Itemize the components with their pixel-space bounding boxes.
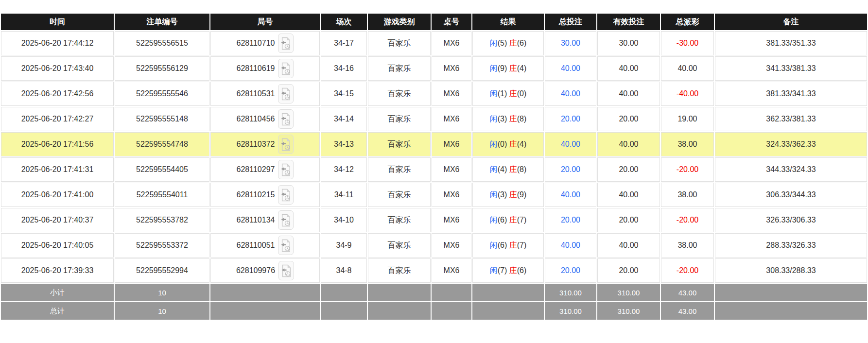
cell-time: 2025-06-20 17:42:27	[1, 107, 114, 131]
record-row[interactable]: 2025-06-20 17:39:33522595552994628109976…	[1, 258, 867, 283]
banker-score: (6)	[517, 266, 527, 274]
replay-video-button[interactable]	[278, 210, 294, 230]
cell-table-no: MX6	[432, 258, 471, 283]
cell-round-id: 628110456	[210, 107, 320, 131]
round-id-value: 628110710	[237, 39, 275, 48]
cell-session: 34-14	[321, 107, 367, 131]
replay-video-button[interactable]	[278, 135, 294, 154]
cell-valid-bet: 40.00	[597, 56, 660, 81]
cell-time: 2025-06-20 17:42:56	[1, 82, 114, 106]
cell-remark: 381.33/351.33	[715, 31, 867, 55]
cell-game-type: 百家乐	[368, 31, 431, 55]
cell-time: 2025-06-20 17:41:31	[1, 157, 114, 182]
cell-time: 2025-06-20 17:43:40	[1, 56, 114, 81]
player-label: 闲	[490, 216, 498, 224]
col-header-session: 场次	[321, 14, 367, 30]
cell-total-payout: 19.00	[661, 107, 714, 131]
cell-total-payout: -40.00	[661, 82, 714, 106]
video-file-icon	[280, 239, 291, 252]
record-row[interactable]: 2025-06-20 17:41:00522595554011628110215…	[1, 183, 867, 207]
banker-score: (8)	[517, 115, 527, 123]
cell-total-bet: 40.00	[545, 82, 596, 106]
cell-bet-id: 522595556129	[115, 56, 209, 81]
cell-round-id: 628110619	[210, 56, 320, 81]
banker-score: (7)	[517, 216, 527, 224]
replay-video-button[interactable]	[278, 34, 294, 53]
col-header-result: 结果	[472, 14, 544, 30]
cell-bet-id: 522595555546	[115, 82, 209, 106]
player-label: 闲	[490, 266, 498, 274]
cell-round-id: 628110297	[210, 157, 320, 182]
banker-score: (9)	[517, 190, 527, 199]
cell-time: 2025-06-20 17:41:00	[1, 183, 114, 207]
cell-result: 闲(0) 庄(4)	[472, 132, 544, 156]
cell-total-payout: -30.00	[661, 31, 714, 55]
round-id-value: 628110051	[237, 241, 275, 250]
cell-game-type: 百家乐	[368, 56, 431, 81]
record-row[interactable]: 2025-06-20 17:40:05522595553372628110051…	[1, 233, 867, 257]
col-header-round-id: 局号	[210, 14, 320, 30]
cell-table-no: MX6	[432, 208, 471, 232]
video-file-icon	[280, 138, 291, 151]
video-file-icon	[280, 37, 291, 50]
record-row[interactable]: 2025-06-20 17:42:27522595555148628110456…	[1, 107, 867, 131]
player-score: (3)	[498, 190, 509, 199]
cell-total-bet: 20.00	[545, 208, 596, 232]
cell-game-type: 百家乐	[368, 183, 431, 207]
cell-total-bet: 40.00	[545, 132, 596, 156]
player-label: 闲	[490, 241, 498, 249]
cell-table-no: MX6	[432, 56, 471, 81]
cell-remark: 324.33/362.33	[715, 132, 867, 156]
cell-total-bet: 20.00	[545, 157, 596, 182]
cell-game-type: 百家乐	[368, 157, 431, 182]
record-row[interactable]: 2025-06-20 17:43:40522595556129628110619…	[1, 56, 867, 81]
cell-time: 2025-06-20 17:40:05	[1, 233, 114, 257]
banker-label: 庄	[509, 64, 517, 72]
banker-score: (0)	[517, 89, 527, 98]
cell-remark: 381.33/341.33	[715, 82, 867, 106]
cell-round-id: 628110372	[210, 132, 320, 156]
summary-valid-bet: 310.00	[597, 284, 660, 301]
cell-session: 34-10	[321, 208, 367, 232]
replay-video-button[interactable]	[278, 84, 294, 103]
summary-empty-remark	[715, 302, 867, 320]
cell-remark: 306.33/344.33	[715, 183, 867, 207]
player-score: (6)	[498, 216, 509, 224]
bet-records-table: 时间注单编号局号场次游戏类别桌号结果总投注有效投注总派彩备注 2025-06-2…	[0, 13, 868, 321]
video-file-icon	[281, 264, 292, 277]
cell-valid-bet: 30.00	[597, 31, 660, 55]
replay-video-button[interactable]	[278, 109, 294, 129]
round-id-group: 628110051	[213, 236, 317, 255]
record-row[interactable]: 2025-06-20 17:42:56522595555546628110531…	[1, 82, 867, 106]
replay-video-button[interactable]	[278, 185, 294, 205]
replay-video-button[interactable]	[278, 261, 294, 280]
video-file-icon	[280, 189, 291, 202]
video-file-icon	[280, 62, 291, 75]
round-id-group: 628110710	[213, 34, 317, 53]
record-row[interactable]: 2025-06-20 17:41:31522595554405628110297…	[1, 157, 867, 182]
player-score: (5)	[498, 39, 509, 47]
cell-table-no: MX6	[432, 157, 471, 182]
cell-bet-id: 522595553782	[115, 208, 209, 232]
player-label: 闲	[490, 89, 498, 98]
replay-video-button[interactable]	[278, 236, 294, 255]
summary-empty-session	[321, 284, 367, 301]
record-row[interactable]: 2025-06-20 17:41:56522595554748628110372…	[1, 132, 867, 156]
cell-total-bet: 40.00	[545, 56, 596, 81]
banker-label: 庄	[509, 89, 517, 98]
record-row[interactable]: 2025-06-20 17:40:37522595553782628110134…	[1, 208, 867, 232]
cell-remark: 341.33/381.33	[715, 56, 867, 81]
round-id-value: 628110215	[237, 190, 275, 199]
replay-video-button[interactable]	[278, 160, 294, 179]
round-id-group: 628110531	[213, 84, 317, 103]
banker-label: 庄	[509, 266, 517, 274]
round-id-group: 628110372	[213, 135, 317, 154]
col-header-game-type: 游戏类别	[368, 14, 431, 30]
summary-valid-bet: 310.00	[597, 302, 660, 320]
replay-video-button[interactable]	[278, 59, 294, 78]
cell-time: 2025-06-20 17:44:12	[1, 31, 114, 55]
record-row[interactable]: 2025-06-20 17:44:12522595556515628110710…	[1, 31, 867, 55]
summary-empty-table-no	[432, 284, 471, 301]
cell-round-id: 628109976	[210, 258, 320, 283]
round-id-value: 628110297	[237, 165, 275, 174]
